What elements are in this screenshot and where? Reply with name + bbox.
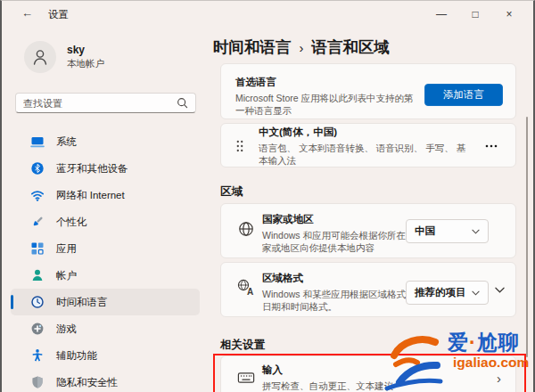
search-box[interactable] [15, 93, 196, 113]
back-button[interactable]: ← [21, 6, 33, 20]
chevron-down-icon [495, 287, 505, 293]
sidebar-item-label: 帐户 [56, 269, 77, 282]
person-icon [30, 47, 50, 67]
chevron-down-icon [472, 229, 480, 234]
preferred-languages-card: 首选语言 Microsoft Store 应用将以此列表中支持的第一种语言显示 … [220, 63, 516, 119]
breadcrumb-parent[interactable]: 时间和语言 [213, 38, 292, 56]
sidebar-item-label: 应用 [56, 242, 77, 256]
apps-icon [30, 241, 45, 256]
accounts-icon [30, 268, 45, 282]
more-options-button[interactable] [482, 141, 501, 151]
country-region-dropdown[interactable]: 中国 [406, 219, 489, 243]
expand-button[interactable] [495, 287, 505, 293]
regional-format-description: Windows 和某些应用根据区域格式设置日期和时间格式。 [262, 288, 427, 313]
drag-handle-icon[interactable] [235, 139, 244, 153]
language-features: 语言包、 文本到语音转换、 语音识别、 手写、 基本输入法 [259, 142, 468, 167]
sidebar-item-network[interactable]: 网络和 Internet [11, 182, 200, 208]
scrollbar[interactable] [526, 117, 528, 357]
account-area: sky 本地帐户 [24, 41, 104, 73]
ellipsis-icon [485, 144, 498, 148]
search-input[interactable] [23, 98, 177, 109]
regional-format-icon: A [237, 279, 255, 297]
window-controls: — □ × [424, 1, 526, 28]
close-button[interactable]: × [492, 1, 526, 28]
brush-icon [30, 215, 45, 229]
window-title: 设置 [48, 8, 69, 21]
keyboard-icon [237, 369, 255, 387]
region-section-label: 区域 [220, 184, 243, 200]
sidebar-item-time-language[interactable]: 时间和语言 [11, 289, 200, 315]
page-title: 语言和区域 [312, 38, 391, 56]
titlebar: ← 设置 — □ × [2, 1, 533, 28]
chevron-down-icon [472, 290, 480, 296]
maximize-button[interactable]: □ [458, 1, 492, 28]
gaming-icon [30, 322, 45, 336]
sidebar-item-label: 网络和 Internet [56, 189, 125, 202]
add-language-button[interactable]: 添加语言 [424, 84, 503, 106]
account-type: 本地帐户 [67, 58, 104, 70]
sidebar-item-label: 游戏 [56, 323, 77, 336]
search-icon [177, 97, 188, 109]
preferred-languages-title: 首选语言 [235, 76, 403, 89]
time-language-icon [30, 295, 45, 309]
language-name: 中文(简体，中国) [259, 126, 468, 139]
typing-description: 拼写检查、自动更正、文本建议 [262, 380, 436, 392]
sidebar: sky 本地帐户 系统 蓝牙和其他设备 [2, 28, 207, 392]
watermark-title: 爱·尬聊 [448, 329, 520, 356]
related-section-label: 相关设置 [220, 338, 265, 353]
breadcrumb-separator: › [300, 40, 304, 55]
sidebar-item-bluetooth[interactable]: 蓝牙和其他设备 [11, 155, 200, 182]
sidebar-item-label: 蓝牙和其他设备 [56, 162, 128, 176]
sidebar-item-label: 系统 [56, 135, 77, 149]
typing-card[interactable]: 输入 拼写检查、自动更正、文本建议 › [220, 355, 516, 392]
typing-title: 输入 [262, 363, 436, 377]
sidebar-item-personalization[interactable]: 个性化 [11, 208, 200, 235]
language-row-card: 中文(简体，中国) 语言包、 文本到语音转换、 语音识别、 手写、 基本输入法 [220, 123, 516, 167]
system-icon [30, 135, 45, 149]
sidebar-item-apps[interactable]: 应用 [11, 235, 200, 262]
regional-format-dropdown[interactable]: 推荐的项目 [406, 281, 489, 305]
sidebar-nav: 系统 蓝牙和其他设备 网络和 Internet 个性化 [11, 128, 200, 392]
settings-window: ← 设置 — □ × sky 本地帐户 [0, 0, 535, 392]
shield-icon [30, 375, 45, 389]
sidebar-item-privacy[interactable]: 隐私和安全性 [11, 369, 200, 392]
bluetooth-icon [30, 161, 45, 176]
chevron-right-icon: › [497, 371, 501, 386]
preferred-languages-description: Microsoft Store 应用将以此列表中支持的第一种语言显示 [235, 92, 418, 117]
svg-text:A: A [247, 287, 253, 297]
sidebar-item-label: 辅助功能 [56, 349, 97, 363]
sidebar-item-accessibility[interactable]: 辅助功能 [11, 342, 200, 369]
avatar [24, 41, 56, 73]
globe-icon [237, 220, 255, 238]
account-name: sky [67, 44, 104, 56]
sidebar-item-accounts[interactable]: 帐户 [11, 262, 200, 289]
sidebar-item-label: 时间和语言 [56, 296, 108, 309]
country-region-card: 国家或地区 Windows 和应用可能会根据你所在的国家或地区向你提供本地内容 … [220, 203, 516, 258]
wifi-icon [30, 188, 45, 202]
sidebar-item-system[interactable]: 系统 [11, 128, 200, 155]
regional-format-value: 推荐的项目 [415, 286, 466, 299]
accessibility-icon [30, 348, 45, 363]
breadcrumb: 时间和语言›语言和区域 [213, 37, 534, 58]
sidebar-item-gaming[interactable]: 游戏 [11, 315, 200, 342]
country-region-value: 中国 [415, 225, 435, 238]
minimize-button[interactable]: — [424, 1, 458, 28]
regional-format-card: A 区域格式 Windows 和某些应用根据区域格式设置日期和时间格式。 推荐的… [220, 262, 516, 317]
sidebar-item-label: 个性化 [56, 216, 87, 229]
sidebar-item-label: 隐私和安全性 [56, 376, 118, 389]
